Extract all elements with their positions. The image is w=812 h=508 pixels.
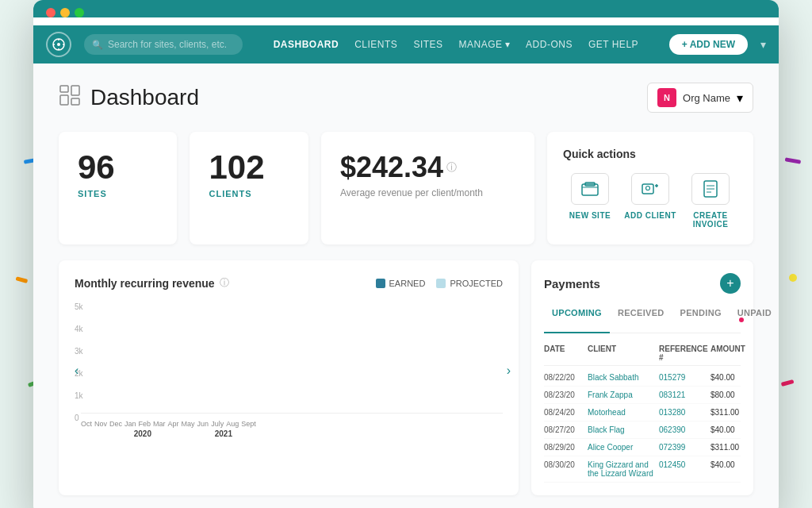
nav-links: DASHBOARD CLIENTS SITES MANAGE ▾ ADD-ONS… — [255, 39, 657, 50]
create-invoice-label: CREATE INVOICE — [684, 211, 737, 229]
svg-point-31 — [57, 43, 60, 46]
payments-table-header: DATE CLIENT REFERENCE # AMOUNT — [544, 341, 741, 366]
chart-title-wrap: Monthly recurring revenue ⓘ — [75, 276, 229, 290]
revenue-label: Average revenue per client/month — [340, 187, 515, 198]
unpaid-dot — [739, 318, 744, 322]
legend-earned: EARNED — [376, 279, 426, 288]
payment-row-0: 08/22/20 Black Sabbath 015279 $40.00 — [544, 369, 741, 387]
browser-dot-green[interactable] — [75, 8, 84, 17]
add-new-button[interactable]: + ADD NEW — [669, 34, 748, 55]
stats-left: 96 SITES 102 CLIENTS $242.34 ⓘ Average r… — [59, 132, 534, 244]
chart-nav-left[interactable]: ‹ — [75, 364, 79, 378]
payment-row-1: 08/23/20 Frank Zappa 083121 $80.00 — [544, 387, 741, 404]
add-client-label: ADD CLIENT — [624, 211, 676, 220]
nav-link-dashboard[interactable]: DASHBOARD — [274, 39, 339, 50]
tab-upcoming[interactable]: UPCOMING — [544, 303, 610, 333]
new-site-label: NEW SITE — [569, 211, 611, 220]
chart-body: 5k 4k 3k 2k 1k 0 ‹ — [75, 302, 503, 438]
org-chevron-icon: ▾ — [737, 90, 743, 106]
legend-projected-label: PROJECTED — [450, 279, 503, 288]
nav-link-help[interactable]: GET HELP — [588, 39, 638, 50]
chart-card: Monthly recurring revenue ⓘ EARNED PROJE… — [59, 260, 519, 495]
tab-unpaid[interactable]: UNPAID — [730, 303, 779, 333]
chart-bars-area: ‹ — [75, 302, 503, 438]
bottom-row: Monthly recurring revenue ⓘ EARNED PROJE… — [59, 260, 753, 495]
svg-rect-32 — [60, 86, 68, 92]
dash-title-wrap: Dashboard — [59, 84, 199, 111]
col-client: CLIENT — [588, 344, 659, 362]
quick-actions-card: Quick actions NEW SITE — [547, 132, 753, 244]
dashboard-header: Dashboard N Org Name ▾ — [59, 83, 753, 113]
nav-link-clients[interactable]: CLIENTS — [354, 39, 397, 50]
main-content: Dashboard N Org Name ▾ 96 SITES 102 CLIE… — [33, 64, 779, 508]
tab-received[interactable]: RECEIVED — [610, 303, 672, 333]
chevron-down-icon: ▾ — [505, 39, 511, 50]
tab-pending[interactable]: PENDING — [672, 303, 730, 333]
sites-label: SITES — [78, 189, 158, 198]
nav-link-manage[interactable]: MANAGE ▾ — [459, 39, 511, 50]
revenue-number: $242.34 — [340, 151, 443, 184]
svg-rect-35 — [71, 98, 79, 105]
sites-number: 96 — [78, 151, 158, 184]
chart-header: Monthly recurring revenue ⓘ EARNED PROJE… — [75, 276, 503, 290]
svg-rect-21 — [15, 276, 28, 283]
nav-link-addons[interactable]: ADD-ONS — [526, 39, 573, 50]
browser-dot-yellow[interactable] — [60, 8, 70, 17]
payment-row-4: 08/29/20 Alice Cooper 072399 $311.00 — [544, 439, 741, 456]
create-invoice-icon — [691, 173, 730, 205]
nav-logo[interactable] — [46, 32, 71, 57]
legend-projected: PROJECTED — [436, 279, 503, 288]
chart-info-icon[interactable]: ⓘ — [220, 276, 229, 290]
browser-dot-red[interactable] — [46, 8, 56, 17]
clients-stat-card: 102 CLIENTS — [190, 132, 308, 244]
browser-window: 🔍 DASHBOARD CLIENTS SITES MANAGE ▾ ADD-O… — [33, 0, 779, 508]
dashboard-title: Dashboard — [90, 85, 199, 110]
svg-rect-34 — [71, 86, 79, 95]
legend-earned-dot — [376, 279, 385, 288]
search-input[interactable] — [108, 39, 232, 50]
dashboard-icon — [59, 84, 81, 111]
col-ref: REFERENCE # — [659, 344, 710, 362]
stats-quick-row: 96 SITES 102 CLIENTS $242.34 ⓘ Average r… — [59, 132, 753, 244]
org-name: Org Name — [683, 92, 730, 104]
quick-action-add-client[interactable]: ADD CLIENT — [623, 173, 677, 229]
quick-actions-grid: NEW SITE ADD CLIENT — [563, 173, 737, 229]
svg-point-40 — [646, 187, 650, 190]
navbar: 🔍 DASHBOARD CLIENTS SITES MANAGE ▾ ADD-O… — [33, 25, 779, 64]
svg-rect-25 — [781, 379, 795, 387]
svg-rect-33 — [60, 95, 68, 105]
revenue-info-icon[interactable]: ⓘ — [446, 160, 457, 175]
clients-label: CLIENTS — [209, 189, 289, 198]
quick-action-create-invoice[interactable]: CREATE INVOICE — [684, 173, 737, 229]
svg-rect-39 — [642, 184, 653, 194]
revenue-stat-card: $242.34 ⓘ Average revenue per client/mon… — [321, 132, 534, 244]
quick-action-new-site[interactable]: NEW SITE — [563, 173, 617, 229]
col-date: DATE — [544, 344, 588, 362]
payments-add-button[interactable]: + — [720, 273, 741, 294]
legend-projected-dot — [436, 279, 446, 288]
svg-rect-23 — [785, 157, 802, 164]
payment-row-3: 08/27/20 Black Flag 062390 $40.00 — [544, 421, 741, 439]
org-badge: N — [657, 88, 676, 107]
nav-link-sites[interactable]: SITES — [413, 39, 442, 50]
quick-actions-title: Quick actions — [563, 148, 737, 160]
svg-point-24 — [789, 274, 797, 282]
clients-number: 102 — [209, 151, 289, 184]
nav-chevron-icon[interactable]: ▾ — [760, 38, 766, 51]
chart-legend: EARNED PROJECTED — [376, 279, 503, 288]
browser-dots — [46, 8, 766, 17]
payment-row-5: 08/30/20 King Gizzard and the Lizzard Wi… — [544, 456, 741, 483]
chart-nav-right[interactable]: › — [507, 364, 511, 378]
month-labels: Oct Nov Dec Jan Feb Mar Apr May Jun July… — [81, 417, 503, 428]
col-amount: AMOUNT — [710, 344, 746, 362]
year-labels: 2020 2021 — [81, 429, 503, 438]
bar-groups — [81, 302, 503, 414]
payments-title: Payments — [544, 277, 600, 291]
payments-card: Payments + UPCOMING RECEIVED PENDING UNP… — [531, 260, 753, 495]
nav-search[interactable] — [84, 34, 243, 55]
payment-row-2: 08/24/20 Motorhead 013280 $311.00 — [544, 404, 741, 421]
chart-title: Monthly recurring revenue — [75, 277, 215, 290]
add-client-icon — [631, 173, 669, 205]
org-selector[interactable]: N Org Name ▾ — [647, 83, 753, 113]
payments-tabs: UPCOMING RECEIVED PENDING UNPAID — [544, 303, 741, 333]
